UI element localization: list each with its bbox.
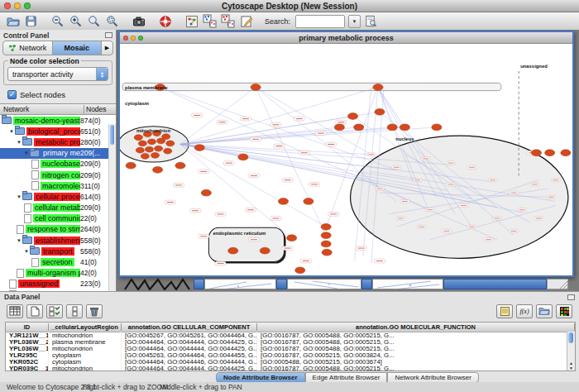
tree-node-label[interactable]: biological_process — [26, 127, 80, 136]
network-node[interactable] — [166, 141, 175, 146]
network-canvas[interactable]: plasma membranecytoplasmmitochondrionnuc… — [120, 44, 572, 275]
tree-node-label[interactable]: establishment of lo — [34, 237, 80, 245]
import-annotation-red-button[interactable] — [220, 14, 236, 29]
tree-row[interactable]: ▼establishment of lo558(0) — [0, 235, 109, 246]
column-header[interactable]: annotation.GO MOLECULAR_FUNCTION — [257, 323, 575, 331]
import-attributes-button[interactable] — [536, 304, 553, 318]
overview-network-sliver[interactable] — [123, 278, 194, 290]
minimize-window-button[interactable] — [14, 2, 21, 9]
network-overview-icon-button[interactable] — [184, 14, 199, 29]
attribute-notes-button[interactable] — [496, 304, 513, 318]
expand-arrow-icon[interactable]: ▼ — [17, 140, 22, 145]
tree-node-label[interactable]: secretion — [41, 258, 74, 266]
network-node[interactable] — [126, 162, 136, 169]
network-node[interactable] — [238, 154, 248, 160]
tree-row[interactable]: nucleobase-209(0) — [0, 159, 109, 170]
heatmap-view-button[interactable] — [556, 304, 572, 318]
tree-node-label[interactable]: nucleobase- — [41, 160, 80, 168]
formula-builder-button[interactable]: f(x) — [516, 304, 533, 318]
tree-row[interactable]: ▼biological_process651(0) — [0, 126, 109, 136]
network-node[interactable] — [141, 153, 149, 159]
table-cell[interactable]: YDR039C__1 — [6, 365, 49, 371]
network-node[interactable] — [321, 223, 331, 230]
network-node[interactable] — [348, 113, 358, 120]
zoom-in-button[interactable] — [68, 14, 84, 29]
network-node[interactable] — [164, 148, 172, 154]
column-header[interactable]: annotation.GO CELLULAR_COMPONENT — [122, 323, 257, 331]
network-view-window[interactable]: primary metabolic process plasma membran… — [118, 31, 574, 277]
network-node[interactable] — [321, 232, 331, 239]
attribute-list-button[interactable] — [66, 304, 83, 318]
tree-row[interactable]: ▼transport558(0) — [0, 246, 109, 256]
tree-node-label[interactable]: cellular process — [34, 193, 80, 201]
tree-node-label[interactable]: multi-organism pro — [26, 269, 80, 277]
network-node[interactable] — [153, 166, 163, 173]
inner-zoom-button[interactable] — [138, 36, 143, 41]
tree-row[interactable]: macromolecule311(0) — [0, 180, 109, 191]
table-row[interactable]: YDR039C__1mitochondrion[GO:0044464, GO:0… — [6, 365, 575, 371]
expand-arrow-icon[interactable]: ▼ — [9, 129, 15, 134]
network-node[interactable] — [157, 138, 165, 144]
select-nodes-checkbox[interactable]: ✓ — [7, 90, 17, 99]
tree-row[interactable]: ▼metabolic process280(0) — [0, 136, 109, 147]
tree-row[interactable]: multi-organism pro42(0) — [0, 268, 109, 279]
tree-node-label[interactable]: primary metabo — [41, 149, 80, 157]
network-node[interactable] — [145, 146, 153, 152]
column-header[interactable]: ID — [6, 323, 49, 331]
network-window-titlebar[interactable]: primary metabolic process — [120, 32, 572, 44]
select-attributes-button[interactable] — [7, 304, 23, 318]
tree-row[interactable]: response to stimulu264(0) — [0, 224, 109, 235]
background-window-sliver[interactable] — [372, 279, 443, 289]
tree-col-nodes[interactable]: Nodes — [84, 105, 116, 113]
network-node[interactable] — [147, 139, 156, 145]
import-annotation-blue-button[interactable] — [202, 14, 218, 29]
help-lifering-button[interactable] — [157, 14, 173, 29]
zoom-selected-button[interactable] — [104, 14, 120, 29]
attribute-batch-edit-button[interactable] — [46, 304, 63, 318]
background-window-sliver[interactable] — [204, 279, 276, 289]
network-node[interactable] — [228, 247, 238, 254]
column-header[interactable]: _cellularLayoutRegion — [49, 323, 122, 331]
network-node[interactable] — [175, 162, 185, 169]
tree-row[interactable]: secretion41(0) — [0, 256, 109, 267]
network-node[interactable] — [201, 189, 211, 196]
tree-node-label[interactable]: cellular metabo — [33, 203, 80, 212]
table-scrollbar-thumb[interactable] — [568, 332, 573, 343]
network-node[interactable] — [134, 135, 142, 141]
table-cell[interactable]: [GO:0044464, GO:0044444, GO:0044425, G..… — [122, 365, 257, 371]
network-node[interactable] — [194, 145, 204, 151]
search-input[interactable] — [295, 15, 345, 28]
delete-attribute-button[interactable] — [86, 304, 103, 318]
network-node[interactable] — [295, 267, 305, 274]
expand-arrow-icon[interactable]: ▼ — [17, 194, 22, 199]
network-node[interactable] — [545, 150, 555, 156]
tree-node-label[interactable]: unassigned — [18, 280, 60, 288]
tree-scrollbar[interactable] — [108, 124, 116, 319]
tree-row[interactable]: mosaic-demo-yeast874(0) — [0, 115, 109, 126]
network-node[interactable] — [138, 141, 146, 146]
network-node[interactable] — [387, 124, 397, 131]
network-node[interactable] — [321, 241, 331, 247]
network-node[interactable] — [334, 124, 344, 131]
background-window-sliver[interactable] — [287, 279, 361, 289]
network-node[interactable] — [251, 84, 261, 91]
tree-row[interactable]: ▼primary metabo209(... — [0, 148, 109, 159]
resize-grip[interactable] — [547, 279, 568, 289]
tab-network[interactable]: Network — [3, 41, 53, 55]
tree-node-label[interactable]: metabolic process — [34, 138, 80, 146]
create-attribute-button[interactable] — [26, 304, 43, 318]
tree-row[interactable]: cell communicat22(0) — [0, 213, 109, 224]
table-cell[interactable]: [GO:0016787, GO:0005488, GO:0005215, G..… — [257, 365, 575, 371]
network-node[interactable] — [278, 198, 288, 205]
float-panel-icon[interactable] — [105, 32, 112, 38]
table-cell[interactable]: mitochondrion — [49, 365, 122, 371]
region-plasma-membrane[interactable] — [122, 83, 501, 90]
network-node[interactable] — [432, 124, 442, 131]
tree-row[interactable]: cellular metabo209(0) — [0, 203, 109, 213]
tree-row[interactable]: unassigned223(0) — [0, 279, 109, 289]
node-color-dropdown[interactable]: transporter activity ▲▼ — [7, 67, 108, 81]
tree-node-label[interactable]: cell communicat — [33, 214, 80, 222]
open-session-button[interactable] — [5, 14, 21, 29]
tree-node-label[interactable]: response to stimulu — [26, 225, 80, 233]
network-node[interactable] — [400, 124, 409, 131]
